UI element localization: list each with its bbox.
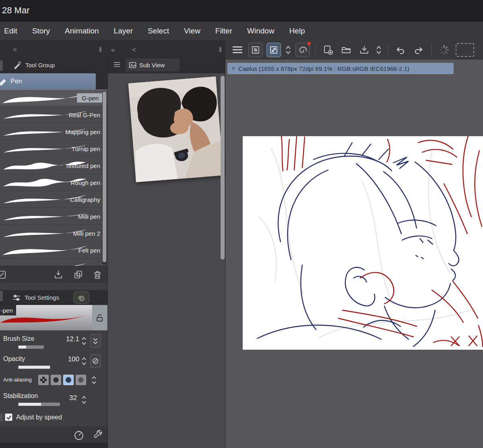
divider xyxy=(431,44,431,56)
reference-photo[interactable] xyxy=(128,77,224,182)
sub-tool-scrollbar[interactable] xyxy=(102,91,107,265)
menu-select[interactable]: Select xyxy=(148,27,169,35)
brush-name-chip: -pen xyxy=(0,305,16,315)
selected-tool-pen[interactable]: Pen xyxy=(0,73,96,89)
marquee-icon[interactable] xyxy=(456,43,474,57)
canvas-area[interactable]: × Caelus (1655 x 878px 72dpi 69.1% : RGB… xyxy=(225,60,483,448)
adjust-by-speed-label: Adjust by speed xyxy=(16,414,62,421)
brush-size-slider[interactable] xyxy=(18,345,44,349)
menu-view[interactable]: View xyxy=(184,27,200,35)
special-ruler-icon[interactable] xyxy=(295,43,310,57)
redo-icon[interactable] xyxy=(411,43,426,57)
notification-dot xyxy=(308,42,311,45)
menu-layer[interactable]: Layer xyxy=(114,27,133,35)
stabilization-value[interactable]: 32 xyxy=(53,394,77,402)
collapse-mid-icon[interactable]: < xyxy=(132,46,136,54)
sub-tool-mapping-pen[interactable]: Mapping pen xyxy=(0,123,107,140)
menu-window[interactable]: Window xyxy=(247,27,275,35)
download-brush-icon[interactable] xyxy=(53,270,64,280)
docked-panel-edge-tab[interactable] xyxy=(0,413,3,421)
stabilization-stepper[interactable] xyxy=(81,394,87,406)
view-stepper-icon[interactable] xyxy=(285,43,292,57)
sketch-artwork xyxy=(243,136,483,350)
opacity-stepper[interactable] xyxy=(81,356,87,367)
tool-group-header[interactable]: Tool Group xyxy=(0,56,107,73)
lock-open-icon[interactable] xyxy=(92,305,107,330)
undo-icon[interactable] xyxy=(393,43,408,57)
sub-tool-turnip-pen[interactable]: Turnip pen xyxy=(0,140,107,157)
date-label: 28 Mar xyxy=(2,5,29,16)
drawing-canvas[interactable] xyxy=(243,136,483,350)
open-folder-icon[interactable] xyxy=(339,43,353,57)
lasso-swirl-icon[interactable] xyxy=(73,291,89,304)
sub-view-header[interactable]: Sub View xyxy=(108,56,225,73)
sub-tool-milli-pen-2[interactable]: Milli pen 2 xyxy=(0,225,107,242)
divider xyxy=(388,44,388,56)
cut-edge-icon[interactable] xyxy=(0,270,7,280)
collapse-left-icon[interactable]: < xyxy=(13,46,17,54)
anti-aliasing-row: Anti-aliasing xyxy=(0,371,107,389)
menu-filter[interactable]: Filter xyxy=(215,27,232,35)
panel-handle2-icon[interactable]: ‖ xyxy=(219,46,222,54)
collapse-all-icon[interactable]: « xyxy=(111,46,115,54)
save-icon[interactable] xyxy=(357,43,372,57)
new-canvas-icon[interactable] xyxy=(321,43,335,57)
menu-story[interactable]: Story xyxy=(32,27,50,35)
tool-group-title: Tool Group xyxy=(25,62,55,68)
sub-tool-partial[interactable] xyxy=(0,259,107,266)
brush-size-value[interactable]: 12.1 xyxy=(55,335,79,343)
scrollbar-thumb[interactable] xyxy=(103,91,106,262)
tool-group-panel: Tool Group Pen G-pen Real G-Pen Mapping … xyxy=(0,56,108,448)
panel-menu-icon[interactable] xyxy=(114,62,120,68)
opacity-row: Opacity 100 xyxy=(0,351,107,371)
selected-tool-label: Pen xyxy=(10,78,22,85)
sub-view-scrollbar[interactable] xyxy=(221,76,225,259)
opacity-value[interactable]: 100 xyxy=(55,355,79,363)
titlebar: 28 Mar xyxy=(0,0,483,22)
sub-tool-gpen[interactable]: G-pen xyxy=(0,89,107,106)
docked-panel-edge-tab[interactable] xyxy=(0,60,3,71)
sub-view-tab[interactable]: Sub View xyxy=(126,58,180,71)
opacity-slider[interactable] xyxy=(18,365,50,369)
sub-tool-rough-pen[interactable]: Rough pen xyxy=(0,174,107,191)
panel-handle-icon[interactable]: ‖ xyxy=(99,46,102,54)
wrench-icon[interactable] xyxy=(93,429,104,441)
tool-settings-title: Tool Settings xyxy=(25,294,59,301)
sub-tool-calligraphy[interactable]: Calligraphy xyxy=(0,191,107,208)
sub-tool-felt-pen[interactable]: Felt pen xyxy=(0,242,107,259)
document-tab[interactable]: × Caelus (1655 x 878px 72dpi 69.1% : RGB… xyxy=(227,63,454,74)
duplicate-brush-icon[interactable] xyxy=(73,270,84,280)
adjust-by-speed-checkbox[interactable] xyxy=(5,413,12,421)
tool-group-icon xyxy=(13,60,22,69)
brush-size-stepper[interactable] xyxy=(81,336,87,347)
file-stepper-icon[interactable] xyxy=(375,43,382,57)
aa-stepper[interactable] xyxy=(91,375,97,386)
opacity-label: Opacity xyxy=(3,355,25,363)
sub-tool-textured-pen[interactable]: Textured pen xyxy=(0,157,107,174)
delete-brush-icon[interactable] xyxy=(92,270,103,280)
aa-weak-icon[interactable] xyxy=(51,375,61,385)
menu-icon[interactable] xyxy=(230,43,245,57)
fit-view-icon[interactable] xyxy=(248,43,263,57)
command-bar xyxy=(225,40,483,60)
sub-view-title: Sub View xyxy=(139,62,165,68)
stabilization-slider[interactable] xyxy=(18,402,60,406)
circle-slash-icon[interactable] xyxy=(90,354,101,368)
sub-tool-real-gpen[interactable]: Real G-Pen xyxy=(0,106,107,123)
sub-view-icon xyxy=(129,62,136,68)
adjust-by-speed-row: Adjust by speed xyxy=(0,409,107,426)
gauge-icon[interactable] xyxy=(73,429,85,441)
menu-help[interactable]: Help xyxy=(289,27,305,35)
tool-settings-header[interactable]: Tool Settings xyxy=(0,290,107,305)
sub-tool-milli-pen[interactable]: Milli pen xyxy=(0,208,107,225)
close-icon[interactable]: × xyxy=(231,65,235,72)
docked-panel-edge-tab[interactable] xyxy=(0,291,3,301)
aa-none-icon[interactable] xyxy=(38,375,49,385)
pan-zoom-icon[interactable] xyxy=(266,43,281,57)
brush-size-preset-button[interactable] xyxy=(90,334,101,348)
divider xyxy=(315,44,316,56)
menu-edit[interactable]: Edit xyxy=(4,27,17,35)
aa-middle-icon[interactable] xyxy=(63,375,74,385)
menu-animation[interactable]: Animation xyxy=(65,27,99,35)
aa-strong-icon[interactable] xyxy=(76,375,86,385)
